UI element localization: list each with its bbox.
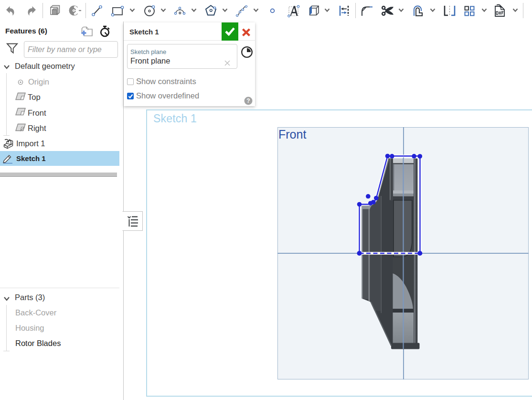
svg-text:?: ? [246,97,250,104]
